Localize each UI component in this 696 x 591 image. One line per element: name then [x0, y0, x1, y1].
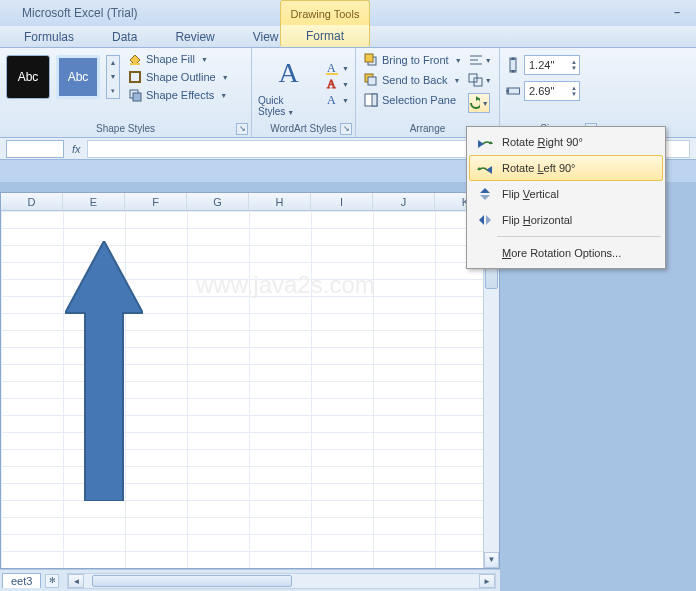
cell-grid[interactable]: www.java2s.com [1, 211, 499, 568]
align-button[interactable]: ▼ [468, 51, 492, 69]
dialog-launcher-shape-styles[interactable]: ↘ [236, 123, 248, 135]
rotate-button[interactable]: ▼ [468, 93, 490, 113]
group-button[interactable]: ▼ [468, 71, 492, 89]
svg-rect-11 [368, 77, 376, 85]
shape-style-swatch-blue[interactable]: Abc [56, 55, 100, 99]
dialog-launcher-wordart[interactable]: ↘ [340, 123, 352, 135]
shape-outline-label: Shape Outline [146, 71, 216, 83]
svg-marker-33 [479, 215, 484, 225]
group-arrange: Bring to Front▼ Send to Back▼ Selection … [356, 48, 500, 137]
height-icon [506, 58, 520, 72]
group-wordart-styles: A Quick Styles▼ A▼ A▼ A▼ WordArt Styles … [252, 48, 356, 137]
bring-front-icon [364, 53, 378, 67]
shape-effects-button[interactable]: Shape Effects▼ [126, 87, 231, 103]
up-arrow-shape[interactable] [65, 241, 143, 501]
ribbon-tabs: Formulas Data Review View Format [0, 26, 696, 48]
watermark: www.java2s.com [196, 271, 375, 299]
scroll-right-button[interactable]: ► [479, 574, 495, 588]
shape-outline-button[interactable]: Shape Outline▼ [126, 69, 231, 85]
tab-format[interactable]: Format [280, 25, 370, 47]
sheet-tab-bar: eet3 ✻ ◄ ► [0, 569, 500, 591]
svg-rect-0 [130, 63, 140, 65]
svg-rect-20 [510, 58, 516, 72]
worksheet: D E F G H I J K www.java2s.com ▲ ▼ [0, 192, 500, 569]
col-header[interactable]: H [249, 193, 311, 210]
rotate-left-90-item[interactable]: Rotate Left 90° [469, 155, 663, 181]
bring-front-label: Bring to Front [382, 54, 449, 66]
flip-horizontal-icon [476, 212, 494, 228]
svg-marker-25 [519, 88, 520, 94]
effects-icon [128, 88, 142, 102]
flip-vertical-item[interactable]: Flip Vertical [469, 181, 663, 207]
svg-text:A: A [327, 93, 336, 107]
selection-pane-button[interactable]: Selection Pane [362, 91, 464, 109]
svg-rect-1 [130, 72, 140, 82]
tab-view[interactable]: View [247, 27, 285, 47]
sheet-tab[interactable]: eet3 [2, 573, 41, 588]
flip-horizontal-item[interactable]: Flip Horizontal [469, 207, 663, 233]
width-icon [506, 84, 520, 98]
ribbon: Abc Abc ▲▼▾ Shape Fill▼ Shape Outline▼ S… [0, 48, 696, 138]
rotate-left-label: Rotate Left 90° [502, 162, 576, 174]
col-header[interactable]: I [311, 193, 373, 210]
new-sheet-button[interactable]: ✻ [41, 574, 63, 588]
svg-marker-31 [480, 188, 490, 193]
bucket-icon [128, 52, 142, 66]
col-header[interactable]: J [373, 193, 435, 210]
more-rotation-options-item[interactable]: More Rotation Options... [469, 240, 663, 266]
blank-icon [476, 245, 494, 261]
col-header[interactable]: F [125, 193, 187, 210]
rotate-right-90-item[interactable]: Rotate Right 90° [469, 129, 663, 155]
group-label-shape-styles: Shape Styles [6, 123, 245, 136]
svg-marker-26 [65, 241, 143, 501]
svg-marker-32 [480, 195, 490, 200]
hscroll-thumb[interactable] [92, 575, 292, 587]
rotate-right-icon [476, 134, 494, 150]
col-header[interactable]: G [187, 193, 249, 210]
shape-style-swatch-dark[interactable]: Abc [6, 55, 50, 99]
scroll-left-button[interactable]: ◄ [68, 574, 84, 588]
minimize-button[interactable]: – [668, 6, 686, 20]
svg-marker-34 [486, 215, 491, 225]
menu-separator [497, 236, 661, 237]
tab-review[interactable]: Review [169, 27, 220, 47]
height-input[interactable]: 1.24"▲▼ [524, 55, 580, 75]
column-headers: D E F G H I J K [1, 193, 499, 211]
send-back-icon [364, 73, 378, 87]
tab-data[interactable]: Data [106, 27, 143, 47]
selection-pane-icon [364, 93, 378, 107]
width-input[interactable]: 2.69"▲▼ [524, 81, 580, 101]
rotate-left-icon [476, 160, 494, 176]
contextual-tab-drawing-tools: Drawing Tools [280, 0, 370, 26]
group-label-wordart: WordArt Styles [258, 123, 349, 136]
bring-to-front-button[interactable]: Bring to Front▼ [362, 51, 464, 69]
flip-vertical-label: Flip Vertical [502, 188, 559, 200]
selection-pane-label: Selection Pane [382, 94, 456, 106]
quick-styles-button[interactable]: A [273, 51, 305, 95]
shape-fill-button[interactable]: Shape Fill▼ [126, 51, 231, 67]
svg-rect-9 [365, 54, 373, 62]
col-header[interactable]: D [1, 193, 63, 210]
name-box[interactable] [6, 140, 64, 158]
text-effects-icon[interactable]: A▼ [325, 93, 349, 107]
shape-effects-label: Shape Effects [146, 89, 214, 101]
send-to-back-button[interactable]: Send to Back▼ [362, 71, 464, 89]
svg-rect-13 [372, 94, 377, 106]
fx-icon[interactable]: fx [72, 143, 81, 155]
svg-rect-5 [326, 73, 338, 75]
tab-formulas[interactable]: Formulas [18, 27, 80, 47]
quick-styles-label: Quick Styles▼ [258, 95, 319, 117]
svg-text:A: A [327, 61, 336, 75]
horizontal-scrollbar[interactable]: ◄ ► [67, 573, 496, 589]
text-outline-icon[interactable]: A▼ [325, 77, 349, 91]
shape-fill-label: Shape Fill [146, 53, 195, 65]
col-header[interactable]: E [63, 193, 125, 210]
more-rotation-label: More Rotation Options... [502, 247, 621, 259]
scroll-down-button[interactable]: ▼ [484, 552, 499, 568]
group-shape-styles: Abc Abc ▲▼▾ Shape Fill▼ Shape Outline▼ S… [0, 48, 252, 137]
flip-horizontal-label: Flip Horizontal [502, 214, 572, 226]
app-title: Microsoft Excel (Trial) [22, 6, 138, 20]
rotate-dropdown: Rotate Right 90° Rotate Left 90° Flip Ve… [466, 126, 666, 269]
text-fill-icon[interactable]: A▼ [325, 61, 349, 75]
shape-style-gallery-more[interactable]: ▲▼▾ [106, 55, 120, 99]
